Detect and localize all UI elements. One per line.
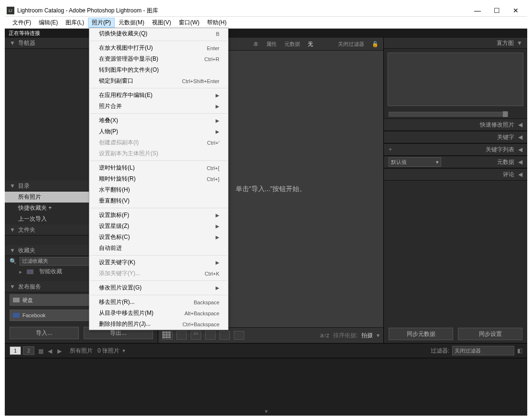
chevron-down-icon: ▼ (10, 247, 15, 254)
grid-view-icon[interactable] (162, 331, 173, 340)
page-2[interactable]: 2 (23, 346, 34, 355)
menu-item: 创建虚拟副本(I)Ctrl+' (89, 137, 228, 148)
menu-item[interactable]: 在放大视图中打开(U)Enter (89, 43, 228, 54)
menu-item[interactable]: 删除排除的照片(J)...Ctrl+Backspace (89, 319, 228, 330)
grid-icon[interactable]: ▦ (38, 348, 44, 354)
publish-label: 发布服务 (18, 283, 41, 291)
facebook-icon (13, 313, 20, 318)
chevron-down-icon: ▼ (10, 182, 15, 189)
keywords-header[interactable]: 关键字◀ (384, 131, 527, 143)
secondary-toolbar: 1 2 ▦ ◀ ▶ 所有照片 0 张照片 ▾ 过滤器: 关闭过滤器 ◧ (5, 343, 527, 358)
menu-library[interactable]: 图库(L) (62, 18, 88, 28)
collections-label: 收藏夹 (18, 247, 35, 255)
menu-item[interactable]: 设置色标(C)▶ (89, 232, 228, 243)
chevron-left-icon: ◀ (518, 159, 522, 165)
comments-label: 评论 (503, 171, 514, 179)
add-keyword-icon[interactable]: + (389, 146, 392, 153)
menu-item[interactable]: 设置关键字(K)▶ (89, 257, 228, 268)
sync-metadata-button[interactable]: 同步元数据 (389, 328, 453, 340)
thumbnail-slider[interactable] (389, 112, 508, 117)
survey-view-icon[interactable] (205, 331, 216, 340)
menu-help[interactable]: 帮助(H) (203, 18, 230, 28)
filter-preset-select[interactable]: 关闭过滤器 (452, 346, 514, 355)
metadata-preset-select[interactable]: 默认值▾ (389, 157, 441, 167)
histogram-label: 直方图 (497, 39, 514, 47)
chevron-down-icon[interactable]: ▾ (265, 408, 268, 415)
spray-icon[interactable] (234, 331, 244, 340)
minimize-button[interactable]: — (468, 7, 487, 14)
chevron-down-icon: ▼ (517, 40, 522, 46)
harddrive-icon (13, 298, 20, 302)
menu-item[interactable]: 堆叠(X)▶ (89, 115, 228, 126)
menu-window[interactable]: 窗口(W) (175, 18, 203, 28)
menu-item[interactable]: 修改照片设置(G)▶ (89, 282, 228, 293)
catalog-label: 目录 (18, 182, 30, 190)
menu-item[interactable]: 在应用程序中编辑(E)▶ (89, 90, 228, 101)
chevron-down-icon[interactable]: ▾ (122, 347, 125, 354)
keywordlist-header[interactable]: +关键字列表◀ (384, 143, 527, 156)
import-button[interactable]: 导入... (10, 327, 79, 339)
sort-value[interactable]: 拍摄 (361, 332, 373, 340)
forward-icon[interactable]: ▶ (57, 348, 63, 354)
metadata-header[interactable]: 默认值▾ 元数据◀ (384, 156, 527, 168)
close-button[interactable]: ✕ (506, 7, 525, 14)
menu-item[interactable]: 锁定到副窗口Ctrl+Shift+Enter (89, 75, 228, 86)
status-text: 正在等待连接 (5, 29, 527, 38)
menu-item[interactable]: 移去照片(R)...Backspace (89, 297, 228, 308)
page-1[interactable]: 1 (10, 346, 21, 355)
histogram-header[interactable]: 直方图▼ (384, 38, 527, 49)
quickdev-header[interactable]: 快速修改照片◀ (384, 118, 527, 131)
menu-item[interactable]: 在资源管理器中显示(B)Ctrl+R (89, 54, 228, 64)
menu-item[interactable]: 垂直翻转(V) (89, 195, 228, 206)
lock-icon[interactable]: 🔓 (372, 41, 379, 47)
menu-item[interactable]: 照片合并▶ (89, 101, 228, 112)
sync-settings-button[interactable]: 同步设置 (458, 328, 522, 340)
chevron-left-icon: ◀ (518, 134, 522, 140)
back-icon[interactable]: ◀ (48, 348, 54, 354)
filter-off-dropdown[interactable]: 关闭过滤器 (338, 41, 364, 48)
menu-item[interactable]: 设置旗标(F)▶ (89, 210, 228, 221)
sort-label: 排序依据: (333, 332, 358, 340)
menu-item[interactable]: 顺时针旋转(R)Ctrl+] (89, 173, 228, 184)
chevron-down-icon[interactable]: ▾ (377, 332, 380, 339)
keywordlist-label: 关键字列表 (486, 146, 514, 154)
menu-item: 设置副本为主体照片(S) (89, 148, 228, 159)
menu-item[interactable]: 从目录中移去照片(M)Alt+Backspace (89, 308, 228, 319)
comments-header[interactable]: 评论◀ (384, 168, 527, 181)
filter-tab-metadata[interactable]: 元数据 (284, 41, 300, 48)
breadcrumb-path[interactable]: 所有照片 (70, 347, 93, 355)
menu-item[interactable]: 切换快捷收藏夹(Q)B (89, 28, 228, 39)
people-view-icon[interactable] (219, 331, 230, 340)
sort-direction-icon[interactable]: a↑z (320, 332, 329, 339)
keywords-label: 关键字 (497, 133, 514, 141)
app-logo: Lr (7, 7, 14, 14)
filter-label: 过滤器: (431, 347, 449, 355)
menu-bar: 文件(F) 编辑(E) 图库(L) 照片(P) 元数据(M) 视图(V) 窗口(… (5, 17, 527, 29)
maximize-button[interactable]: ☐ (487, 7, 506, 14)
menu-item[interactable]: 逆时针旋转(L)Ctrl+[ (89, 162, 228, 173)
filter-tab-none[interactable]: 无 (308, 41, 313, 48)
filter-toggle-icon[interactable]: ◧ (517, 347, 522, 354)
loupe-view-icon[interactable] (176, 331, 187, 340)
menu-item[interactable]: 转到图库中的文件夹(O) (89, 64, 228, 75)
chevron-left-icon: ◀ (518, 146, 522, 153)
menu-item[interactable]: 设置星级(Z)▶ (89, 221, 228, 232)
menu-view[interactable]: 视图(V) (148, 18, 175, 28)
chevron-right-icon[interactable]: ▸ (19, 268, 22, 275)
menu-file[interactable]: 文件(F) (9, 18, 35, 28)
smart-collections-item[interactable]: 智能收藏 (39, 268, 62, 276)
filmstrip: ▾ (5, 358, 527, 416)
filter-tab-text[interactable]: 本 (253, 41, 259, 48)
filter-tab-attribute[interactable]: 属性 (266, 41, 277, 48)
menu-photo[interactable]: 照片(P) (88, 18, 115, 28)
publish-fb-label: Facebook (22, 312, 45, 318)
search-icon: 🔍 (10, 258, 17, 265)
menu-metadata[interactable]: 元数据(M) (115, 18, 148, 28)
menu-item[interactable]: 自动前进 (89, 243, 228, 254)
menu-item: 添加关键字(Y)...Ctrl+K (89, 268, 228, 279)
window-title: Lightroom Catalog - Adobe Photoshop Ligh… (17, 7, 468, 15)
menu-item[interactable]: 水平翻转(H) (89, 184, 228, 195)
menu-edit[interactable]: 编辑(E) (35, 18, 62, 28)
menu-item[interactable]: 人物(P)▶ (89, 126, 228, 137)
compare-view-icon[interactable]: XY (191, 331, 201, 340)
